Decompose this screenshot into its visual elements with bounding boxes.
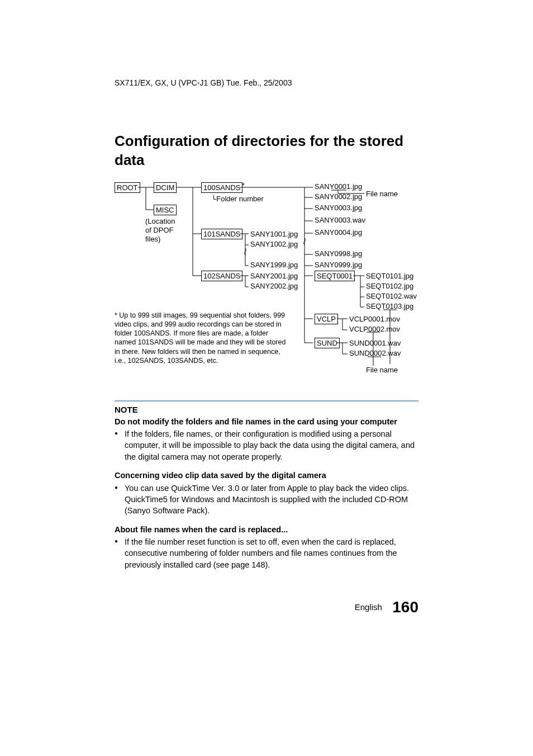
note-bullet-2b: QuickTime5 for Windows and Macintosh is … <box>125 494 418 517</box>
note-bullet-1: If the folders, file names, or their con… <box>115 428 418 462</box>
note-block: NOTE Do not modify the folders and file … <box>115 400 418 570</box>
note-bullet-3: If the file number reset function is set… <box>115 536 418 570</box>
note-heading: NOTE <box>115 405 418 414</box>
directory-diagram: ROOT DCIM MISC (Location of DPOF files) … <box>115 182 474 389</box>
page-title: Configuration of directories for the sto… <box>53 132 480 170</box>
footer-page-number: 160 <box>392 598 418 616</box>
note-sub-1: Do not modify the folders and file names… <box>115 417 418 428</box>
running-header: SX711/EX, GX, U (VPC-J1 GB) Tue. Feb., 2… <box>115 78 480 87</box>
note-sub-3: About file names when the card is replac… <box>115 525 418 536</box>
note-bullet-2a: You can use QuickTime Ver. 3.0 or later … <box>125 484 409 493</box>
note-bullet-2: You can use QuickTime Ver. 3.0 or later … <box>115 483 418 517</box>
diagram-footnote: * Up to 999 still images, 99 sequential … <box>115 311 288 366</box>
footer-language: English <box>355 602 382 612</box>
note-sub-2: Concerning video clip data saved by the … <box>115 470 418 481</box>
page-footer: English 160 <box>53 598 418 616</box>
note-rule <box>115 400 418 401</box>
